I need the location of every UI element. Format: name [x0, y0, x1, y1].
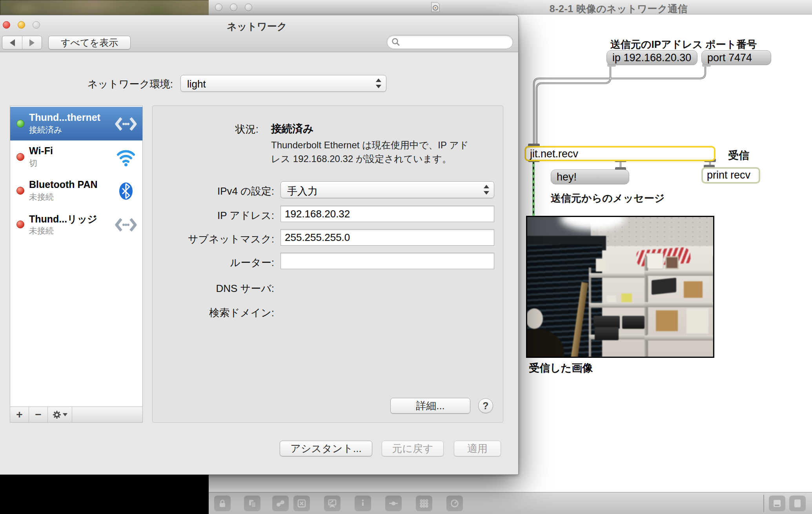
cord-port-to-recv: [534, 66, 705, 146]
popup-stepper-icon: [373, 78, 384, 89]
status-dot-red: [16, 221, 24, 228]
status-dot-red: [16, 153, 24, 161]
ipv4-config-value: 手入力: [287, 184, 318, 198]
status-dot-red: [16, 187, 24, 195]
interface-name: Thund...リッジ: [29, 213, 97, 226]
network-preferences-window: ネットワーク すべてを表示 ネットワーク環境: light Thund...th: [0, 15, 519, 475]
ip-address-field[interactable]: 192.168.20.32: [280, 206, 494, 222]
ipv4-config-popup[interactable]: 手入力: [280, 181, 494, 198]
revert-button[interactable]: 元に戻す: [382, 441, 444, 456]
interface-status: 未接続: [29, 191, 54, 202]
network-environment-label: ネットワーク環境:: [57, 77, 173, 91]
ipv4-config-label: IPv4 の設定:: [160, 184, 274, 198]
received-image-content: [526, 216, 714, 358]
status-dot-green: [16, 120, 24, 128]
photo-shelf-left: [589, 268, 648, 358]
interface-status: 接続済み: [29, 124, 62, 135]
wifi-icon: [115, 148, 137, 167]
status-description-line1: Thunderbolt Ethernet は現在使用中で、IP アド: [271, 138, 468, 152]
assistant-button[interactable]: アシスタント...: [280, 441, 372, 456]
message-hey[interactable]: hey!: [551, 170, 629, 184]
popup-stepper-icon: [481, 184, 492, 195]
sidebar-footer: + −: [10, 406, 142, 422]
ethernet-icon: [115, 114, 137, 134]
received-image[interactable]: [526, 216, 714, 358]
interface-name: Wi-Fi: [29, 145, 53, 157]
network-window-header[interactable]: ネットワーク すべてを表示: [0, 15, 518, 52]
message-port[interactable]: port 7474: [701, 50, 771, 65]
interface-name: Thund...thernet: [29, 112, 100, 123]
environment-value: light: [187, 78, 206, 90]
back-arrow-icon: [10, 39, 15, 46]
dns-server-label: DNS サーバ:: [160, 282, 274, 295]
router-label: ルーター:: [160, 256, 274, 270]
object-print-recv[interactable]: print recv: [701, 167, 760, 184]
router-field[interactable]: [280, 253, 494, 269]
comment-source-ip: 送信元のIPアドレス: [610, 38, 703, 51]
zoom-icon[interactable]: [33, 21, 40, 29]
forward-button[interactable]: [22, 36, 42, 49]
chevron-down-icon: [63, 413, 67, 416]
remove-interface-button[interactable]: −: [29, 407, 48, 422]
search-domain-label: 検索ドメイン:: [160, 306, 274, 320]
message-ip[interactable]: ip 192.168.20.30: [606, 50, 697, 65]
received-image-caption: 受信した画像: [529, 361, 593, 375]
back-button[interactable]: [2, 36, 22, 49]
comment-port: ポート番号: [705, 38, 757, 51]
cord-ip-to-recv: [537, 66, 610, 146]
photo-shelf-right: [645, 256, 714, 358]
screen: 8-2-1 映像のネットワーク通信: [0, 0, 812, 514]
status-value: 接続済み: [271, 122, 314, 136]
apply-button[interactable]: 適用: [454, 441, 501, 456]
object-jit-net-recv[interactable]: jit.net.recv: [524, 146, 716, 161]
close-icon[interactable]: [3, 21, 10, 29]
action-menu-button[interactable]: [48, 407, 72, 422]
bluetooth-icon: [115, 181, 137, 201]
subnet-mask-field[interactable]: 255.255.255.0: [280, 229, 494, 246]
sidebar-item-thunderbolt-ethernet[interactable]: Thund...thernet 接続済み: [10, 107, 142, 140]
show-all-button[interactable]: すべてを表示: [48, 36, 131, 49]
subnet-mask-label: サブネットマスク:: [160, 232, 274, 246]
comment-from-sender: 送信元からのメッセージ: [551, 191, 665, 205]
comment-receive: 受信: [728, 148, 749, 162]
status-label: 状況:: [176, 122, 259, 136]
sidebar-item-bluetooth-pan[interactable]: Bluetooth PAN 未接続: [10, 174, 142, 208]
interface-sidebar: Thund...thernet 接続済み Wi-Fi 切: [10, 106, 143, 423]
bridge-icon: [115, 215, 137, 235]
ip-address-label: IP アドレス:: [160, 209, 274, 222]
interface-status: 未接続: [29, 225, 54, 236]
nav-back-forward[interactable]: [2, 36, 42, 49]
sidebar-item-thunderbolt-bridge[interactable]: Thund...リッジ 未接続: [10, 208, 142, 242]
forward-arrow-icon: [29, 39, 35, 46]
interface-name: Bluetooth PAN: [29, 179, 98, 190]
minimize-icon[interactable]: [18, 21, 25, 29]
gear-icon: [53, 410, 61, 419]
status-description-line2: レス 192.168.20.32 が設定されています。: [271, 152, 452, 166]
network-window-title: ネットワーク: [116, 20, 398, 33]
advanced-button[interactable]: 詳細...: [390, 398, 470, 414]
interface-status: 切: [29, 158, 37, 169]
network-environment-popup[interactable]: light: [180, 75, 386, 92]
add-interface-button[interactable]: +: [10, 407, 29, 422]
sidebar-item-wifi[interactable]: Wi-Fi 切: [10, 140, 142, 174]
search-input[interactable]: [387, 35, 513, 49]
interface-detail-panel: 状況: 接続済み Thunderbolt Ethernet は現在使用中で、IP…: [152, 106, 503, 423]
photo-person-head: [526, 308, 543, 329]
help-button[interactable]: ?: [478, 398, 493, 413]
search-icon: [391, 37, 401, 47]
